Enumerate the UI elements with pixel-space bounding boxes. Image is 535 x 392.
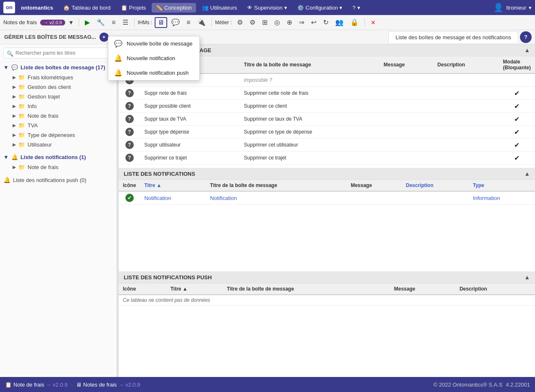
- metier-btn-3[interactable]: ⊞: [260, 17, 270, 28]
- add-item-button[interactable]: +: [99, 33, 109, 42]
- table-row[interactable]: ? Suppr utilisateur Supprimer cet utilis…: [119, 139, 535, 152]
- row-title: Suppr possible client: [140, 100, 239, 113]
- table-row[interactable]: ? Supprimer ce trajet Supprimer ce traje…: [119, 152, 535, 164]
- table-row[interactable]: ? Suppr type dépense Supprimer ce type d…: [119, 126, 535, 139]
- nav-supervision[interactable]: 👁 Supervision ▾: [243, 3, 291, 13]
- delete-btn[interactable]: ✕: [368, 18, 378, 27]
- row-title: Suppr taux de TVA: [140, 113, 239, 126]
- new-push-notification-item[interactable]: 🔔 Nouvelle notification push: [108, 66, 199, 80]
- notif-col-description: Description: [402, 180, 469, 191]
- push-collapse-btn[interactable]: ▲: [524, 274, 530, 281]
- messages-group-label: Liste des boîtes de message (17): [20, 64, 105, 71]
- notification-title-link[interactable]: Notification: [144, 195, 171, 201]
- help-button[interactable]: ?: [520, 31, 532, 43]
- metier-btn-8[interactable]: ↻: [321, 17, 331, 28]
- metier-btn-1[interactable]: ⚙: [234, 17, 245, 28]
- sidebar-notifications-group[interactable]: ▼ 🔔 Liste des notifications (1): [0, 152, 117, 162]
- type-badge: Information: [473, 195, 500, 201]
- expand-icon: ▶: [13, 104, 16, 109]
- ihm-plugin-btn[interactable]: 🔌: [195, 17, 208, 28]
- nav-projets[interactable]: 📋 Projets: [117, 3, 150, 13]
- notification-icon: 🔔: [114, 54, 122, 62]
- push-empty-row: Ce tableau ne contient pas de données: [119, 295, 535, 306]
- help-icon: ?: [524, 34, 527, 40]
- sidebar-messages-group[interactable]: ▼ 💬 Liste des boîtes de message (17): [0, 62, 117, 73]
- row-box-title: Supprimer ce trajet: [240, 152, 380, 164]
- nav-tableau-label: Tableau de bord: [71, 5, 110, 11]
- message-box-icon: 💬: [114, 40, 122, 48]
- nav-configuration[interactable]: ⚙️ Configuration ▾: [293, 3, 346, 13]
- row-box-title: Supprimer cette note de frais: [240, 87, 380, 100]
- expand-icon: ▶: [13, 94, 16, 99]
- messages-collapse-btn[interactable]: ▲: [524, 47, 530, 53]
- conception-icon: ✏️: [156, 5, 163, 11]
- sidebar-item-info[interactable]: ▶ 📁 Info: [0, 101, 117, 111]
- search-input[interactable]: [3, 48, 113, 58]
- sidebar-item-note-frais[interactable]: ▶ 📁 Note de frais: [0, 111, 117, 121]
- row-description: [433, 100, 499, 113]
- table-row[interactable]: ? Suppr possible client Supprimer ce cli…: [119, 100, 535, 113]
- configuration-icon: ⚙️: [297, 5, 304, 11]
- expand-icon: ▶: [13, 113, 16, 119]
- user-menu[interactable]: 👤 ltromeur ▾: [493, 3, 532, 13]
- user-arrow-icon: ▾: [529, 5, 532, 11]
- list-btn[interactable]: ≡: [109, 18, 118, 28]
- nav-conception[interactable]: ✏️ Conception: [152, 3, 196, 13]
- sidebar-item-frais-kilo[interactable]: ▶ 📁 Frais kilométriques: [0, 73, 117, 82]
- table-row[interactable]: ✔ Notification Notification Information: [119, 191, 535, 205]
- sidebar-push-group[interactable]: 🔔 Liste des notifications push (0): [0, 175, 117, 185]
- metier-btn-7[interactable]: ↩: [308, 17, 319, 28]
- new-message-box-item[interactable]: 💬 Nouvelle boîte de message: [108, 36, 199, 51]
- check-icon: ✔: [514, 90, 520, 97]
- item-label: Gestion des client: [28, 84, 71, 90]
- version-dropdown-btn[interactable]: ▾: [67, 17, 75, 28]
- settings-btn[interactable]: 🔧: [94, 17, 107, 28]
- question-icon: ?: [125, 115, 134, 123]
- project-version-badge: → v2.0.9: [40, 20, 65, 25]
- nav-tableau-de-bord[interactable]: 🏠 Tableau de bord: [59, 3, 115, 13]
- ihm-chat-btn[interactable]: 💬: [169, 17, 182, 28]
- row-message: [380, 100, 433, 113]
- metier-btn-9[interactable]: 👥: [333, 17, 346, 28]
- table-row[interactable]: ? Suppr note de frais Supprimer cette no…: [119, 87, 535, 100]
- expand-icon: ▶: [13, 142, 16, 147]
- push-col-description: Description: [455, 283, 535, 295]
- sidebar-item-note-frais-notif[interactable]: ▶ 📁 Note de frais: [0, 162, 117, 172]
- notification-box-link[interactable]: Notification: [210, 195, 237, 201]
- push-bell-icon: 🔔: [3, 177, 10, 183]
- row-modal: ✔: [499, 126, 535, 139]
- nav-utilisateurs[interactable]: 👥 Utilisateurs: [198, 3, 241, 13]
- help-nav-label: ?: [352, 5, 355, 11]
- metier-btn-6[interactable]: ⇒: [296, 17, 307, 28]
- item-label: Utilisateur: [28, 142, 52, 148]
- ihm-screen-btn[interactable]: 🖥: [155, 17, 167, 28]
- sidebar-item-tva[interactable]: ▶ 📁 TVA: [0, 121, 117, 130]
- grid-btn[interactable]: ☰: [120, 17, 131, 28]
- notifications-bell-icon: 🔔: [11, 154, 18, 160]
- col-modal: Modale (Bloquante): [499, 56, 535, 73]
- row-description: [433, 152, 499, 164]
- question-icon: ?: [125, 89, 134, 97]
- play-btn[interactable]: ▶: [82, 17, 92, 28]
- metier-btn-10[interactable]: 🔒: [348, 17, 361, 28]
- metier-btn-2[interactable]: ⚙: [247, 17, 258, 28]
- sidebar-item-type-depenses[interactable]: ▶ 📁 Type de dépeneses: [0, 130, 117, 140]
- sidebar-item-gestion-trajet[interactable]: ▶ 📁 Gestion trajet: [0, 92, 117, 101]
- ihm-label: IHMs :: [138, 20, 153, 25]
- notifications-collapse-btn[interactable]: ▲: [524, 170, 530, 177]
- breadcrumb-tab[interactable]: Liste des boîtes de message et des notif…: [388, 31, 518, 43]
- metier-btn-4[interactable]: ◎: [272, 17, 283, 28]
- main-content: LISTE DES BOÎTES DE MESSAGE ▲ Icône Titr…: [119, 44, 535, 377]
- sidebar-item-gestion-client[interactable]: ▶ 📁 Gestion des client: [0, 82, 117, 92]
- sidebar-item-utilisateur[interactable]: ▶ 📁 Utilisateur: [0, 140, 117, 149]
- new-notification-item[interactable]: 🔔 Nouvelle notification: [108, 51, 199, 66]
- folder-icon: 📁: [18, 74, 25, 81]
- home-icon: 🏠: [63, 5, 70, 11]
- toolbar-separator-3: [211, 18, 212, 27]
- table-row[interactable]: ? Suppr taux de TVA Supprimer ce taux de…: [119, 113, 535, 126]
- nav-help[interactable]: ? ▾: [348, 3, 364, 13]
- push-empty-message: Ce tableau ne contient pas de données: [119, 295, 535, 306]
- ihm-menu-btn[interactable]: ≡: [184, 18, 193, 28]
- col-box-title: Titre de la boîte de message: [240, 56, 380, 73]
- metier-btn-5[interactable]: ⊕: [284, 17, 295, 28]
